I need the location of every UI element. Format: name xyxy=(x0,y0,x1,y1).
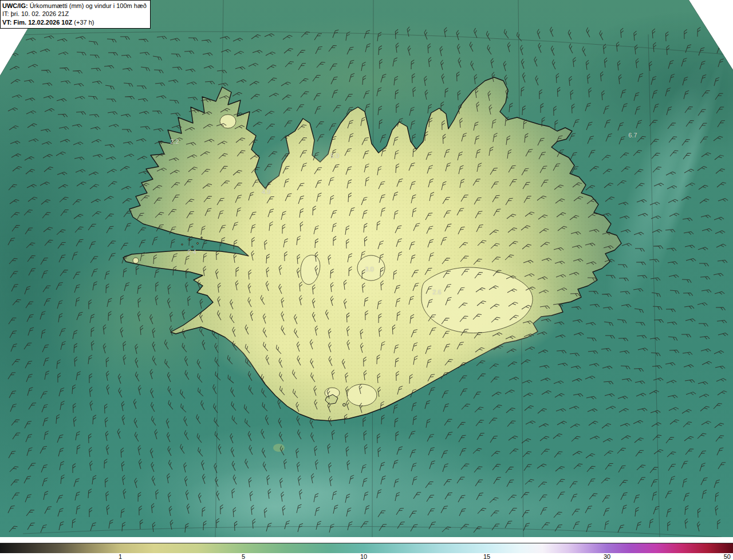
valid-time-offset: (+37 h) xyxy=(74,19,94,26)
weather-map-viewport: 2.25.04.96.72.43.02.6 UWC/IG: Úrkomumætt… xyxy=(0,0,733,560)
colorbar-tick-label: 30 xyxy=(604,553,610,560)
map-info-box: UWC/IG: Úrkomumætti (mm) og vindur i 100… xyxy=(0,0,151,29)
product-title-line: UWC/IG: Úrkomumætti (mm) og vindur i 100… xyxy=(2,2,147,10)
colorbar-tick-label: 50 xyxy=(724,553,731,560)
colorbar-legend: 1510153050 xyxy=(0,543,733,560)
colorbar-tick-label: 1 xyxy=(119,553,122,560)
colorbar-gradient xyxy=(0,543,733,553)
colorbar-tick-label: 10 xyxy=(360,553,367,560)
valid-time-line: VT: Fim. 12.02.2026 10Z (+37 h) xyxy=(2,18,147,26)
colorbar-labels: 1510153050 xyxy=(0,553,733,560)
colorbar-tick-label: 5 xyxy=(242,553,245,560)
init-time-line: IT: þri. 10. 02. 2026 21Z xyxy=(2,10,147,18)
colorbar-tick-label: 15 xyxy=(483,553,490,560)
valid-time: VT: Fim. 12.02.2026 10Z xyxy=(2,19,72,26)
weather-map-canvas xyxy=(0,0,733,538)
product-label: UWC/IG: xyxy=(2,2,28,9)
product-title: Úrkomumætti (mm) og vindur i 100m hæð xyxy=(30,2,147,9)
